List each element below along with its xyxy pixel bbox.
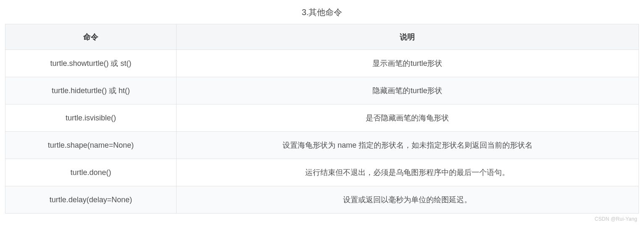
table-title: 3.其他命令 — [5, 4, 639, 24]
table-row: turtle.delay(delay=None) 设置或返回以毫秒为单位的绘图延… — [5, 186, 639, 214]
cell-description: 设置或返回以毫秒为单位的绘图延迟。 — [176, 186, 639, 214]
header-command: 命令 — [5, 24, 177, 50]
cell-description: 显示画笔的turtle形状 — [176, 50, 639, 77]
cell-description: 隐藏画笔的turtle形状 — [176, 77, 639, 104]
table-row: turtle.hideturtle() 或 ht() 隐藏画笔的turtle形状 — [5, 77, 639, 104]
header-description: 说明 — [176, 24, 639, 50]
watermark: CSDN @Rui-Yang — [5, 214, 639, 222]
cell-command: turtle.hideturtle() 或 ht() — [5, 77, 177, 104]
table-row: turtle.isvisible() 是否隐藏画笔的海龟形状 — [5, 104, 639, 132]
cell-command: turtle.showturtle() 或 st() — [5, 50, 177, 77]
cell-command: turtle.done() — [5, 159, 177, 186]
table-row: turtle.showturtle() 或 st() 显示画笔的turtle形状 — [5, 50, 639, 77]
cell-description: 运行结束但不退出，必须是乌龟图形程序中的最后一个语句。 — [176, 159, 639, 186]
table-row: turtle.done() 运行结束但不退出，必须是乌龟图形程序中的最后一个语句… — [5, 159, 639, 186]
cell-command: turtle.shape(name=None) — [5, 132, 177, 159]
table-header-row: 命令 说明 — [5, 24, 639, 50]
table-row: turtle.shape(name=None) 设置海龟形状为 name 指定的… — [5, 132, 639, 159]
cell-command: turtle.delay(delay=None) — [5, 186, 177, 214]
cell-description: 设置海龟形状为 name 指定的形状名，如未指定形状名则返回当前的形状名 — [176, 132, 639, 159]
cell-description: 是否隐藏画笔的海龟形状 — [176, 104, 639, 132]
commands-table: 命令 说明 turtle.showturtle() 或 st() 显示画笔的tu… — [5, 24, 639, 214]
cell-command: turtle.isvisible() — [5, 104, 177, 132]
